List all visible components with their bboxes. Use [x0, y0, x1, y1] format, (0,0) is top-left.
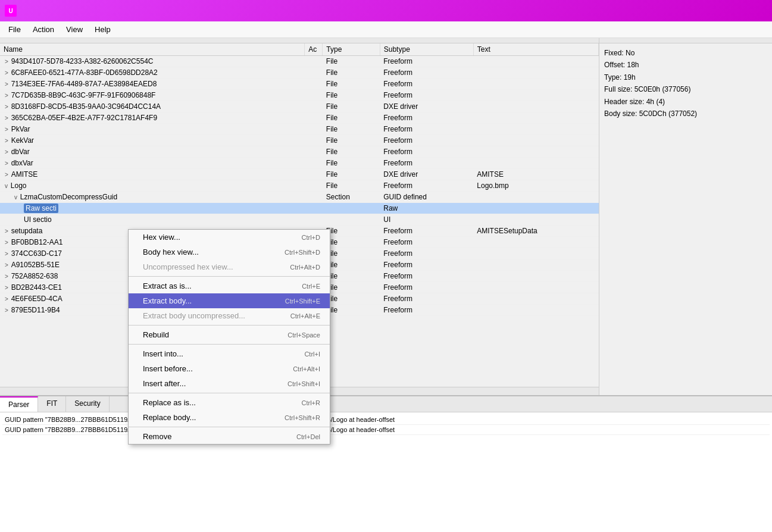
ctx-menu-item[interactable]: Extract as is...Ctrl+E: [129, 278, 330, 293]
table-row[interactable]: > 6C8FAEE0-6521-477A-83BF-0D6598DD28A2Fi…: [0, 67, 599, 79]
table-row[interactable]: > 8D3168FD-8CD5-4B35-9AA0-3C964D4CC14AFi…: [0, 101, 599, 112]
cell-name: > AMITSE: [0, 169, 305, 180]
title-bar-left: U: [5, 5, 21, 17]
ctx-separator: [129, 393, 330, 393]
ctx-menu-item[interactable]: Insert before...Ctrl+Alt+I: [129, 361, 330, 376]
cell-text: [473, 192, 598, 203]
close-button[interactable]: [751, 4, 767, 18]
cell-subtype: Freeform: [380, 56, 473, 67]
cell-name: > 365C62BA-05EF-4B2E-A7F7-92C1781AF4F9: [0, 112, 305, 124]
cell-type: File: [323, 146, 380, 158]
table-row[interactable]: > AMITSEFileDXE driverAMITSE: [0, 169, 599, 180]
cell-text: [473, 305, 598, 316]
cell-text: Logo.bmp: [473, 180, 598, 192]
bottom-content[interactable]: GUID pattern "7BB28B9...27BBB61D5119A5D0…: [0, 412, 772, 532]
cell-text: [473, 146, 598, 158]
cell-text: [473, 67, 598, 79]
cell-ac: [305, 101, 323, 112]
table-row[interactable]: UI sectioUI: [0, 214, 599, 226]
info-line: Header size: 4h (4): [604, 96, 767, 108]
cell-type: File: [323, 305, 380, 316]
menu-bar: File Action View Help: [0, 21, 772, 38]
ctx-item-label: Replace as is...: [143, 398, 196, 407]
ctx-menu-item[interactable]: Insert into...Ctrl+I: [129, 346, 330, 361]
info-line: Full size: 5C0E0h (377056): [604, 83, 767, 95]
ctx-item-label: Extract as is...: [143, 281, 192, 290]
cell-text: [473, 56, 598, 67]
cell-subtype: Freeform: [380, 282, 473, 293]
ctx-item-label: Rebuild: [143, 330, 169, 339]
cell-subtype: DXE driver: [380, 169, 473, 180]
cell-type: File: [323, 67, 380, 79]
cell-subtype: Freeform: [380, 237, 473, 248]
table-row[interactable]: > 7C7D635B-8B9C-463C-9F7F-91F60906848FFi…: [0, 90, 599, 101]
ctx-item-shortcut: Ctrl+E: [302, 283, 320, 290]
table-row[interactable]: > KekVarFileFreeform: [0, 135, 599, 146]
cell-type: File: [323, 124, 380, 135]
info-content: Fixed: NoOffset: 18hType: 19hFull size: …: [599, 43, 772, 395]
cell-text: [473, 135, 598, 146]
table-row[interactable]: > 943D4107-5D78-4233-A382-6260062C554CFi…: [0, 56, 599, 67]
info-panel: Fixed: NoOffset: 18hType: 19hFull size: …: [599, 38, 772, 395]
table-row[interactable]: > 7134E3EE-7FA6-4489-87A7-AE38984EAED8Fi…: [0, 79, 599, 90]
col-name: Name: [0, 43, 305, 56]
cell-subtype: Freeform: [380, 158, 473, 169]
cell-name: Raw secti: [0, 203, 305, 214]
structure-header: [0, 38, 599, 43]
cell-ac: [305, 169, 323, 180]
cell-text: [473, 282, 598, 293]
menu-file[interactable]: File: [2, 23, 27, 36]
tab-fit[interactable]: FIT: [38, 396, 66, 412]
title-bar: U: [0, 0, 772, 21]
cell-type: File: [323, 169, 380, 180]
ctx-menu-item[interactable]: Hex view...Ctrl+D: [129, 230, 330, 245]
ctx-menu-item[interactable]: Extract body...Ctrl+Shift+E: [129, 293, 330, 308]
ctx-separator: [129, 276, 330, 277]
cell-type: File: [323, 226, 380, 237]
ctx-menu-item[interactable]: Replace body...Ctrl+Shift+R: [129, 410, 330, 425]
minimize-button[interactable]: [715, 4, 732, 18]
ctx-item-label: Hex view...: [143, 233, 180, 242]
ctx-menu-item: Uncompressed hex view...Ctrl+Alt+D: [129, 259, 330, 274]
ctx-item-label: Body hex view...: [143, 248, 199, 256]
menu-help[interactable]: Help: [89, 23, 117, 36]
cell-ac: [305, 192, 323, 203]
maximize-button[interactable]: [733, 4, 749, 18]
info-header: [599, 38, 772, 43]
cell-ac: [305, 158, 323, 169]
menu-action[interactable]: Action: [27, 23, 60, 36]
ctx-menu-item: Extract body uncompressed...Ctrl+Alt+E: [129, 308, 330, 323]
cell-text: AMITSESetupData: [473, 226, 598, 237]
table-row[interactable]: > 365C62BA-05EF-4B2E-A7F7-92C1781AF4F9Fi…: [0, 112, 599, 124]
ctx-item-label: Remove: [143, 432, 171, 441]
cell-ac: [305, 124, 323, 135]
ctx-item-label: Extract body...: [143, 296, 192, 305]
table-row[interactable]: Raw sectiRaw: [0, 203, 599, 214]
cell-text: [473, 293, 598, 305]
ctx-menu-item[interactable]: RebuildCtrl+Space: [129, 327, 330, 342]
ctx-menu-item[interactable]: RemoveCtrl+Del: [129, 429, 330, 444]
ctx-menu-item[interactable]: Insert after...Ctrl+Shift+I: [129, 376, 330, 391]
info-line: Offset: 18h: [604, 59, 767, 71]
cell-subtype: Freeform: [380, 67, 473, 79]
ctx-menu-item[interactable]: Body hex view...Ctrl+Shift+D: [129, 245, 330, 259]
cell-name: v LzmaCustomDecompressGuid: [0, 192, 305, 203]
table-row[interactable]: > PkVarFileFreeform: [0, 124, 599, 135]
ctx-item-shortcut: Ctrl+D: [302, 234, 320, 241]
table-row[interactable]: > dbxVarFileFreeform: [0, 158, 599, 169]
col-subtype: Subtype: [380, 43, 473, 56]
cell-subtype: GUID defined: [380, 192, 473, 203]
ctx-menu-item[interactable]: Replace as is...Ctrl+R: [129, 395, 330, 410]
table-row[interactable]: v LzmaCustomDecompressGuidSectionGUID de…: [0, 192, 599, 203]
menu-view[interactable]: View: [60, 23, 89, 36]
table-row[interactable]: > dbVarFileFreeform: [0, 146, 599, 158]
cell-type: File: [323, 101, 380, 112]
cell-subtype: Freeform: [380, 293, 473, 305]
cell-name: > 7C7D635B-8B9C-463C-9F7F-91F60906848F: [0, 90, 305, 101]
cell-type: File: [323, 237, 380, 248]
table-row[interactable]: v LogoFileFreeformLogo.bmp: [0, 180, 599, 192]
cell-type: Section: [323, 192, 380, 203]
ctx-item-shortcut: Ctrl+Shift+R: [285, 414, 320, 421]
tab-security[interactable]: Security: [66, 396, 109, 412]
tab-parser[interactable]: Parser: [0, 396, 38, 412]
